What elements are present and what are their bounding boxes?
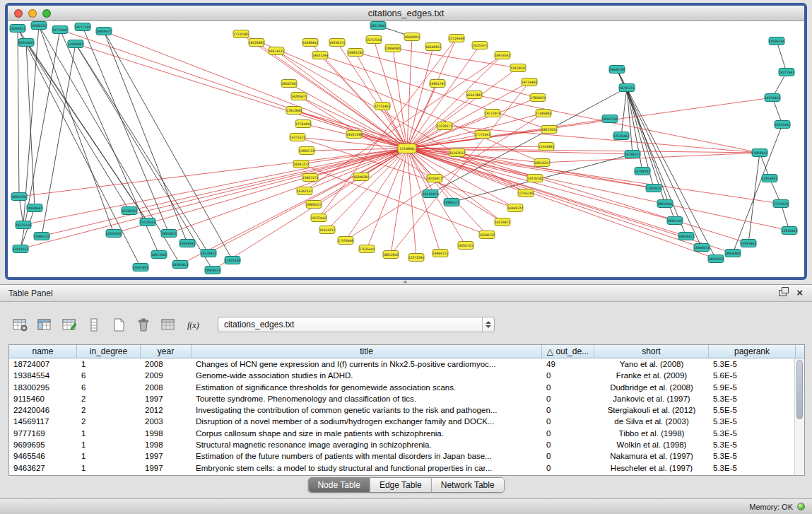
graph-node[interactable]: 12978531 — [510, 64, 526, 72]
graph-node[interactable]: 12010441 — [782, 227, 797, 235]
graph-node[interactable]: 18562341 — [281, 80, 297, 88]
graph-node[interactable]: 17850931 — [530, 94, 546, 102]
graph-node[interactable]: 19723442 — [311, 214, 326, 222]
table-row[interactable]: 946362711997Embryonic stem cells: a mode… — [9, 462, 804, 474]
graph-node[interactable]: 18204911 — [10, 25, 25, 33]
graph-node[interactable]: 14534451 — [765, 94, 780, 102]
graph-edge[interactable] — [26, 42, 35, 208]
graph-node[interactable]: 18930471 — [96, 28, 112, 35]
graph-node[interactable]: 13067175 — [302, 174, 318, 182]
graph-node[interactable]: 18362141 — [602, 115, 618, 123]
graph-node[interactable]: 22060581 — [385, 45, 401, 52]
graph-edge[interactable] — [407, 148, 789, 230]
function-builder-icon[interactable]: f(x) — [183, 315, 203, 334]
graph-node[interactable]: 12633991 — [106, 230, 122, 238]
graph-node[interactable]: 13216141 — [527, 175, 543, 182]
graph-edge[interactable] — [457, 153, 748, 243]
graph-edge[interactable] — [367, 148, 407, 249]
graph-node[interactable]: 19595244 — [769, 37, 784, 45]
tab-edge-table[interactable]: Edge Table — [370, 478, 432, 492]
graph-edge[interactable] — [733, 124, 782, 253]
column-header-short[interactable]: short — [594, 345, 709, 358]
graph-node[interactable]: 20354451 — [18, 39, 34, 47]
graph-edge[interactable] — [617, 69, 716, 259]
column-header-title[interactable]: title — [192, 345, 542, 358]
graph-node[interactable]: 15248131 — [479, 231, 495, 239]
graph-node[interactable]: 12272291 — [408, 254, 424, 262]
graph-node[interactable]: 18313041 — [370, 22, 386, 30]
zoom-window-button[interactable] — [42, 9, 51, 18]
graph-edge[interactable] — [474, 95, 760, 153]
column-header-in_degree[interactable]: in_degree — [77, 345, 141, 358]
graph-edge[interactable] — [621, 88, 627, 136]
graph-node[interactable]: 11544901 — [539, 143, 554, 151]
column-header-pagerank[interactable]: pagerank — [709, 345, 796, 358]
splitter-handle[interactable] — [404, 281, 407, 284]
graph-node[interactable]: 12014931 — [762, 175, 777, 182]
graph-edge[interactable] — [346, 113, 543, 240]
graph-node[interactable]: 15905135 — [34, 233, 49, 240]
graph-node[interactable]: 19386531 — [31, 22, 47, 30]
graph-node[interactable]: 18644901 — [725, 250, 741, 257]
import-table-icon[interactable] — [158, 315, 178, 334]
graph-node[interactable]: 19277441 — [779, 69, 794, 76]
graph-node[interactable]: 16904711 — [433, 250, 448, 257]
graph-edge[interactable] — [18, 28, 19, 197]
graph-node[interactable]: 16901471 — [444, 199, 459, 206]
graph-node[interactable]: 10601531 — [11, 193, 27, 201]
close-panel-icon[interactable]: × — [796, 286, 803, 298]
graph-node[interactable]: 10247321 — [458, 242, 473, 250]
graph-edge[interactable] — [18, 28, 148, 222]
graph-edge[interactable] — [83, 27, 169, 233]
table-row[interactable]: 969969511998Structural magnetic resonanc… — [9, 439, 804, 450]
graph-node[interactable]: 19631244 — [312, 52, 328, 59]
graph-node[interactable]: 16049531 — [694, 244, 710, 252]
graph-node[interactable]: 12536441 — [613, 132, 629, 140]
graph-edge[interactable] — [407, 68, 518, 148]
graph-node[interactable]: 16715441 — [52, 26, 68, 34]
graph-edge[interactable] — [301, 148, 407, 164]
graph-node[interactable]: 17710531 — [773, 200, 789, 208]
graph-edge[interactable] — [39, 25, 114, 233]
graph-node[interactable]: 18010441 — [657, 200, 673, 208]
table-row[interactable]: 2242004622012Investigating the contribut… — [9, 404, 804, 416]
graph-node[interactable]: 18226081 — [249, 39, 264, 47]
table-row[interactable]: 1938455462009Genome-wide association stu… — [9, 370, 804, 381]
minimize-window-button[interactable] — [28, 9, 37, 18]
graph-node[interactable]: 12731461 — [375, 103, 390, 110]
graph-node[interactable]: 17535441 — [359, 245, 375, 253]
graph-node[interactable]: 17812045 — [286, 107, 302, 115]
graph-edge[interactable] — [407, 148, 416, 257]
graph-node[interactable]: 15123471 — [472, 42, 488, 49]
network-canvas[interactable]: 1724004118562341142056711781204512784456… — [8, 21, 803, 277]
graph-node[interactable]: 14535871 — [495, 218, 510, 226]
graph-node[interactable]: 19456071 — [161, 230, 177, 238]
graph-node[interactable]: 14537851 — [133, 264, 148, 271]
graph-node[interactable]: 18155471 — [427, 175, 442, 182]
graph-node[interactable]: 19771074 — [485, 110, 500, 117]
graph-node[interactable]: 17535440 — [338, 237, 353, 245]
graph-node[interactable]: 16660951 — [404, 33, 420, 41]
column-header-name[interactable]: name — [9, 345, 77, 358]
graph-node[interactable]: 16674531 — [269, 47, 284, 55]
graph-node[interactable]: 12755105 — [518, 189, 534, 197]
float-panel-icon[interactable] — [779, 290, 787, 296]
graph-node[interactable]: 17820531 — [646, 185, 661, 192]
table-row[interactable]: 1830029562008Estimation of significance … — [9, 382, 804, 393]
graph-edge[interactable] — [213, 148, 407, 270]
graph-node[interactable]: 17625344 — [225, 257, 240, 264]
graph-node[interactable]: 26160501 — [122, 207, 137, 215]
graph-node[interactable]: 19336171 — [329, 39, 345, 47]
table-row[interactable]: 1456911722003Disruption of a novel membe… — [9, 416, 804, 427]
graph-node[interactable]: 18975531 — [541, 126, 557, 134]
graph-edge[interactable] — [299, 96, 407, 148]
graph-node[interactable]: 16162512 — [449, 149, 465, 157]
graph-node[interactable]: 16049722 — [507, 204, 523, 212]
graph-node[interactable]: 19861791 — [430, 80, 445, 88]
graph-node[interactable]: 16547901 — [466, 91, 482, 99]
graph-edge[interactable] — [407, 98, 772, 148]
graph-node[interactable]: 18263441 — [180, 240, 195, 247]
graph-node[interactable]: 12124549 — [449, 35, 464, 42]
graph-node[interactable]: 18301272 — [293, 160, 309, 168]
graph-node[interactable]: 10120931 — [201, 250, 216, 257]
